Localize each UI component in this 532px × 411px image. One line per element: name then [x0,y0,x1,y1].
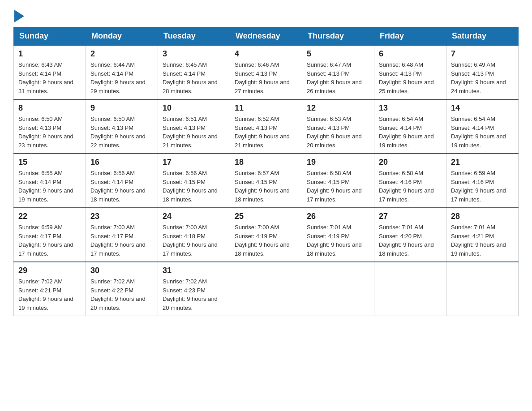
day-number: 30 [90,266,153,275]
day-header-sunday: Sunday [14,27,86,46]
calendar-cell: 20Sunrise: 6:58 AMSunset: 4:16 PMDayligh… [374,154,446,208]
calendar-cell: 14Sunrise: 6:54 AMSunset: 4:14 PMDayligh… [446,99,519,154]
day-info: Sunrise: 6:57 AMSunset: 4:15 PMDaylight:… [235,169,297,204]
day-info: Sunrise: 6:54 AMSunset: 4:14 PMDaylight:… [379,115,442,150]
calendar-cell: 3Sunrise: 6:45 AMSunset: 4:14 PMDaylight… [158,46,230,100]
day-number: 19 [307,158,369,167]
day-number: 17 [163,158,225,167]
day-info: Sunrise: 7:00 AMSunset: 4:19 PMDaylight:… [235,223,297,258]
calendar-cell: 10Sunrise: 6:51 AMSunset: 4:13 PMDayligh… [158,99,230,154]
calendar-cell: 9Sunrise: 6:50 AMSunset: 4:13 PMDaylight… [86,99,158,154]
day-number: 9 [90,103,153,113]
calendar-cell: 29Sunrise: 7:02 AMSunset: 4:21 PMDayligh… [14,262,86,316]
day-number: 18 [235,158,297,167]
day-number: 20 [379,158,442,167]
logo-arrow-icon [14,10,24,22]
day-info: Sunrise: 7:02 AMSunset: 4:21 PMDaylight:… [18,277,81,312]
calendar-cell: 21Sunrise: 6:59 AMSunset: 4:16 PMDayligh… [446,154,519,208]
calendar-table: SundayMondayTuesdayWednesdayThursdayFrid… [13,27,519,316]
day-info: Sunrise: 7:00 AMSunset: 4:18 PMDaylight:… [163,223,225,258]
calendar-cell [230,262,302,316]
calendar-cell: 31Sunrise: 7:02 AMSunset: 4:23 PMDayligh… [158,262,230,316]
calendar-cell [302,262,374,316]
calendar-cell: 1Sunrise: 6:43 AMSunset: 4:14 PMDaylight… [14,46,86,100]
day-number: 22 [18,212,81,221]
calendar-cell: 15Sunrise: 6:55 AMSunset: 4:14 PMDayligh… [14,154,86,208]
calendar-week-2: 8Sunrise: 6:50 AMSunset: 4:13 PMDaylight… [14,99,519,154]
day-info: Sunrise: 7:01 AMSunset: 4:20 PMDaylight:… [379,223,442,258]
calendar-cell: 5Sunrise: 6:47 AMSunset: 4:13 PMDaylight… [302,46,374,100]
day-number: 29 [18,266,81,275]
calendar-cell: 4Sunrise: 6:46 AMSunset: 4:13 PMDaylight… [230,46,302,100]
day-info: Sunrise: 6:47 AMSunset: 4:13 PMDaylight:… [307,60,369,95]
day-number: 6 [379,49,442,59]
day-number: 14 [451,103,514,113]
day-number: 4 [235,49,297,59]
day-info: Sunrise: 7:02 AMSunset: 4:23 PMDaylight:… [163,277,225,312]
calendar-cell: 23Sunrise: 7:00 AMSunset: 4:17 PMDayligh… [86,208,158,262]
day-info: Sunrise: 6:50 AMSunset: 4:13 PMDaylight:… [18,115,81,150]
day-header-wednesday: Wednesday [230,27,302,46]
day-number: 12 [307,103,369,113]
day-info: Sunrise: 7:01 AMSunset: 4:21 PMDaylight:… [451,223,514,258]
calendar-cell: 7Sunrise: 6:49 AMSunset: 4:13 PMDaylight… [446,46,519,100]
calendar-cell: 26Sunrise: 7:01 AMSunset: 4:19 PMDayligh… [302,208,374,262]
day-number: 5 [307,49,369,59]
day-info: Sunrise: 6:49 AMSunset: 4:13 PMDaylight:… [451,60,514,95]
calendar-cell: 27Sunrise: 7:01 AMSunset: 4:20 PMDayligh… [374,208,446,262]
calendar-week-1: 1Sunrise: 6:43 AMSunset: 4:14 PMDaylight… [14,46,519,100]
day-number: 11 [235,103,297,113]
calendar-cell: 19Sunrise: 6:58 AMSunset: 4:15 PMDayligh… [302,154,374,208]
day-info: Sunrise: 6:56 AMSunset: 4:15 PMDaylight:… [163,169,225,204]
day-info: Sunrise: 6:43 AMSunset: 4:14 PMDaylight:… [18,60,81,95]
day-number: 16 [90,158,153,167]
day-header-thursday: Thursday [302,27,374,46]
day-number: 1 [18,49,81,59]
day-number: 28 [451,212,514,221]
day-number: 15 [18,158,81,167]
calendar-cell: 18Sunrise: 6:57 AMSunset: 4:15 PMDayligh… [230,154,302,208]
day-info: Sunrise: 6:55 AMSunset: 4:14 PMDaylight:… [18,169,81,204]
day-number: 24 [163,212,225,221]
day-info: Sunrise: 6:45 AMSunset: 4:14 PMDaylight:… [163,60,225,95]
day-number: 27 [379,212,442,221]
day-number: 13 [379,103,442,113]
day-info: Sunrise: 6:58 AMSunset: 4:16 PMDaylight:… [379,169,442,204]
calendar-cell [374,262,446,316]
calendar-cell: 25Sunrise: 7:00 AMSunset: 4:19 PMDayligh… [230,208,302,262]
day-info: Sunrise: 6:58 AMSunset: 4:15 PMDaylight:… [307,169,369,204]
day-info: Sunrise: 6:59 AMSunset: 4:16 PMDaylight:… [451,169,514,204]
day-number: 25 [235,212,297,221]
day-info: Sunrise: 6:59 AMSunset: 4:17 PMDaylight:… [18,223,81,258]
day-number: 3 [163,49,225,59]
calendar-cell: 6Sunrise: 6:48 AMSunset: 4:13 PMDaylight… [374,46,446,100]
day-info: Sunrise: 6:48 AMSunset: 4:13 PMDaylight:… [379,60,442,95]
day-info: Sunrise: 6:52 AMSunset: 4:13 PMDaylight:… [235,115,297,150]
calendar-cell: 8Sunrise: 6:50 AMSunset: 4:13 PMDaylight… [14,99,86,154]
day-header-friday: Friday [374,27,446,46]
day-info: Sunrise: 7:01 AMSunset: 4:19 PMDaylight:… [307,223,369,258]
day-info: Sunrise: 6:44 AMSunset: 4:14 PMDaylight:… [90,60,153,95]
calendar-cell: 24Sunrise: 7:00 AMSunset: 4:18 PMDayligh… [158,208,230,262]
calendar-cell: 11Sunrise: 6:52 AMSunset: 4:13 PMDayligh… [230,99,302,154]
day-info: Sunrise: 6:54 AMSunset: 4:14 PMDaylight:… [451,115,514,150]
day-info: Sunrise: 6:46 AMSunset: 4:13 PMDaylight:… [235,60,297,95]
logo [13,9,24,22]
page-header [13,9,519,22]
day-number: 23 [90,212,153,221]
day-info: Sunrise: 6:51 AMSunset: 4:13 PMDaylight:… [163,115,225,150]
day-number: 21 [451,158,514,167]
day-info: Sunrise: 6:56 AMSunset: 4:14 PMDaylight:… [90,169,153,204]
day-number: 10 [163,103,225,113]
day-number: 2 [90,49,153,59]
day-number: 8 [18,103,81,113]
calendar-cell: 13Sunrise: 6:54 AMSunset: 4:14 PMDayligh… [374,99,446,154]
calendar-cell: 16Sunrise: 6:56 AMSunset: 4:14 PMDayligh… [86,154,158,208]
day-header-saturday: Saturday [446,27,519,46]
calendar-cell: 12Sunrise: 6:53 AMSunset: 4:13 PMDayligh… [302,99,374,154]
day-number: 26 [307,212,369,221]
calendar-cell [446,262,519,316]
day-header-monday: Monday [86,27,158,46]
calendar-cell: 22Sunrise: 6:59 AMSunset: 4:17 PMDayligh… [14,208,86,262]
calendar-cell: 2Sunrise: 6:44 AMSunset: 4:14 PMDaylight… [86,46,158,100]
